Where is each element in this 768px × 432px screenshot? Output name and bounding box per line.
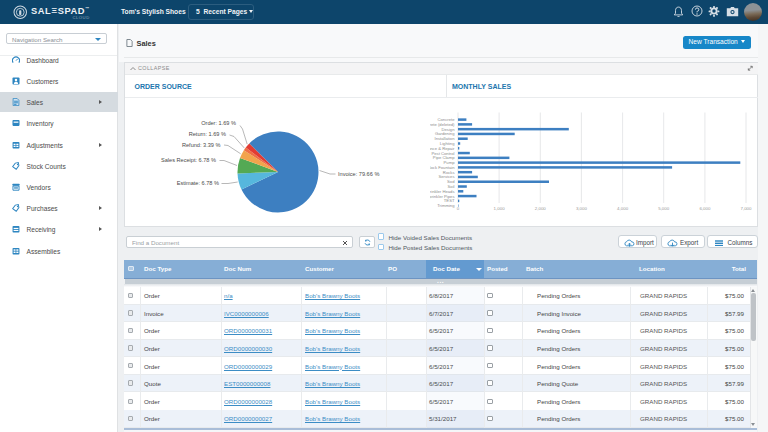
svg-text:Order: 1.69 %: Order: 1.69 % <box>201 120 236 126</box>
svg-text:Estimate: 6.78 %: Estimate: 6.78 % <box>177 180 219 186</box>
svg-text:6,000: 6,000 <box>699 206 711 211</box>
svg-text:4,000: 4,000 <box>617 206 629 211</box>
svg-text:3,000: 3,000 <box>576 206 588 211</box>
svg-text:5,000: 5,000 <box>658 206 670 211</box>
svg-text:7,000: 7,000 <box>741 206 753 211</box>
svg-text:Invoice: 79.66 %: Invoice: 79.66 % <box>338 171 379 177</box>
svg-text:Return: 1.69 %: Return: 1.69 % <box>189 131 226 137</box>
svg-text:Sales Receipt: 6.78 %: Sales Receipt: 6.78 % <box>161 157 216 163</box>
svg-text:Trimming: Trimming <box>437 203 455 208</box>
svg-text:1,000: 1,000 <box>494 206 506 211</box>
svg-text:Refund: 3.39 %: Refund: 3.39 % <box>182 142 221 148</box>
svg-text:2,000: 2,000 <box>535 206 547 211</box>
